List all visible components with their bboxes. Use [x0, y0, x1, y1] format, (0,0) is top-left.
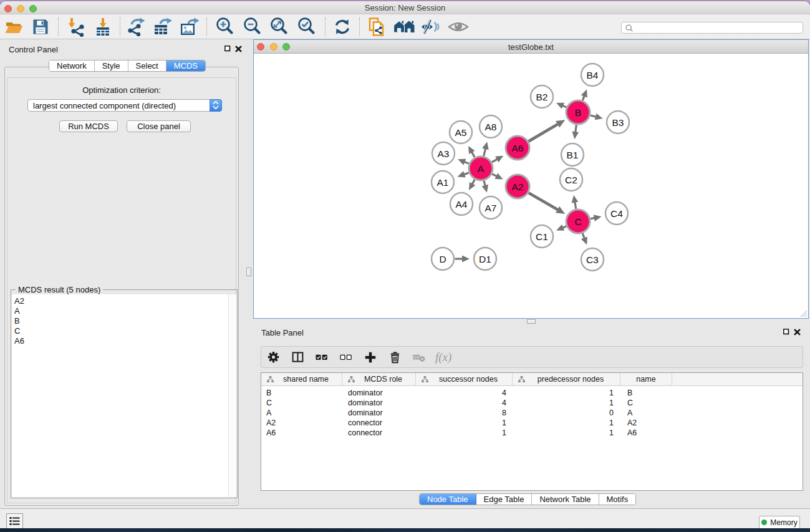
tab-mcds[interactable]: MCDS — [166, 60, 205, 71]
table-cell: 1 — [513, 418, 620, 427]
mcds-result-list: A2ABCA6 — [12, 294, 236, 497]
close-panel-icon[interactable] — [235, 46, 242, 52]
table-cell: 1 — [513, 428, 620, 437]
table-cell: 1 — [416, 418, 513, 427]
show-details-button[interactable] — [447, 16, 470, 37]
zoom-fit-button[interactable] — [268, 16, 291, 37]
export-network-icon — [127, 17, 147, 37]
table-cell: connector — [342, 428, 416, 437]
export-image-button[interactable] — [178, 16, 201, 37]
clone-network-button[interactable] — [365, 16, 388, 37]
graph-edge-A6-B[interactable] — [529, 123, 559, 141]
select-all-button[interactable] — [315, 351, 329, 364]
tab-edge-table[interactable]: Edge Table — [476, 494, 533, 505]
graph-edge-A2-C[interactable] — [529, 193, 559, 210]
main-area: Control Panel NetworkStyleSelectMCDS Opt… — [0, 39, 810, 508]
table-row[interactable]: A6connector11A6 — [261, 428, 803, 438]
graph-node-label-B1: B1 — [567, 150, 579, 160]
export-table-icon — [153, 17, 173, 37]
graph-edge-arrowhead — [462, 256, 470, 263]
table-row[interactable]: Adominator80A — [261, 408, 803, 418]
resize-grip-icon[interactable] — [800, 310, 808, 317]
graph-edge-arrowhead — [572, 132, 579, 140]
save-session-button[interactable] — [29, 16, 52, 37]
zoom-out-button[interactable] — [241, 16, 264, 37]
delete-row-button[interactable] — [388, 351, 402, 364]
result-scrollbar[interactable] — [228, 294, 236, 497]
table-cell: A — [620, 409, 672, 417]
table-body: Bdominator41BCdominator41CAdominator80AA… — [261, 386, 803, 438]
graph-svg: AA1A3A4A5A7A8A6A2BB1B2B3B4CC1C2C3C4DD1 — [254, 54, 808, 319]
delete-table-button[interactable] — [412, 351, 426, 364]
table-cell: 0 — [513, 409, 620, 417]
split-divider-handle[interactable] — [246, 268, 251, 276]
column-header-mcds-role[interactable]: MCDS role — [342, 373, 416, 385]
unselect-all-button[interactable] — [339, 351, 353, 364]
graph-node-label-D: D — [439, 254, 446, 264]
graph-edge-arrowhead — [594, 215, 602, 221]
network-view-window: testGlobe.txt AA1A3A4A5A7A8A6A2BB1B2B3B4… — [253, 39, 809, 319]
split-divider-handle[interactable] — [527, 319, 536, 324]
tab-network[interactable]: Network — [49, 60, 95, 71]
table-row[interactable]: Cdominator41C — [261, 398, 803, 408]
table-cell: 4 — [416, 389, 513, 397]
column-header-shared-name[interactable]: shared name — [261, 373, 342, 385]
status-bar: Memory — [0, 508, 810, 528]
eye-slash-icon — [420, 17, 441, 37]
tab-network-table[interactable]: Network Table — [532, 494, 599, 505]
tab-select[interactable]: Select — [128, 60, 166, 71]
result-item-a6[interactable]: A6 — [12, 336, 236, 346]
zoom-in-button[interactable] — [214, 16, 236, 37]
run-mcds-button[interactable]: Run MCDS — [59, 120, 118, 132]
close-panel-icon[interactable] — [794, 329, 801, 336]
function-builder-button[interactable]: f(x) — [435, 351, 451, 364]
memory-button[interactable]: Memory — [759, 516, 800, 528]
refresh-view-button[interactable] — [331, 16, 354, 37]
column-header-name[interactable]: name — [620, 373, 672, 385]
search-field[interactable] — [621, 22, 803, 34]
graph-node-label-C2: C2 — [565, 175, 577, 185]
column-header-successor-nodes[interactable]: successor nodes — [416, 373, 513, 385]
import-network-button[interactable] — [65, 16, 87, 37]
graph-edge-arrowhead — [482, 185, 488, 193]
result-item-c[interactable]: C — [12, 326, 236, 336]
sitemap-icon — [267, 376, 274, 383]
eye-icon — [447, 17, 470, 37]
table-settings-button[interactable] — [266, 351, 280, 364]
network-canvas[interactable]: AA1A3A4A5A7A8A6A2BB1B2B3B4CC1C2C3C4DD1 — [254, 54, 808, 318]
float-panel-icon[interactable] — [783, 329, 790, 336]
export-table-button[interactable] — [152, 16, 174, 37]
toolbar-separator — [206, 17, 207, 36]
mcds-result-group: MCDS result (5 nodes) A2ABCA6 — [11, 289, 238, 498]
show-tasks-button[interactable] — [6, 513, 23, 528]
float-panel-icon[interactable] — [224, 46, 231, 52]
table-row[interactable]: Bdominator41B — [261, 388, 803, 398]
cytoscape-window: Session: New Session — [0, 1, 810, 528]
column-layout-button[interactable] — [291, 351, 304, 364]
graph-edge-A-A8[interactable] — [484, 148, 486, 156]
close-panel-button[interactable]: Close panel — [127, 120, 191, 132]
table-cell: A6 — [261, 428, 342, 437]
column-header-predecessor-nodes[interactable]: predecessor nodes — [513, 373, 620, 385]
import-table-button[interactable] — [92, 16, 114, 37]
search-input[interactable] — [634, 24, 803, 32]
zoom-selected-button[interactable] — [296, 16, 318, 37]
tab-node-table[interactable]: Node Table — [420, 494, 476, 505]
criterion-dropdown[interactable]: largest connected component (directed) — [27, 99, 222, 112]
hide-details-button[interactable] — [420, 16, 442, 37]
toolbar-separator — [359, 17, 360, 36]
zoom-in-icon — [215, 16, 236, 37]
result-item-a[interactable]: A — [12, 306, 236, 316]
graph-edge-arrowhead — [595, 114, 603, 120]
column-header-filler — [672, 373, 803, 385]
first-neighbors-button[interactable] — [393, 16, 415, 37]
result-item-b[interactable]: B — [12, 316, 236, 326]
tab-motifs[interactable]: Motifs — [599, 494, 636, 505]
export-network-button[interactable] — [125, 16, 148, 37]
add-row-button[interactable] — [364, 351, 377, 364]
optimization-criterion-label: Optimization criterion: — [5, 85, 238, 95]
open-file-button[interactable] — [2, 16, 25, 37]
tab-style[interactable]: Style — [95, 60, 128, 71]
result-item-a2[interactable]: A2 — [12, 296, 236, 306]
table-row[interactable]: A2connector11A2 — [261, 418, 803, 428]
